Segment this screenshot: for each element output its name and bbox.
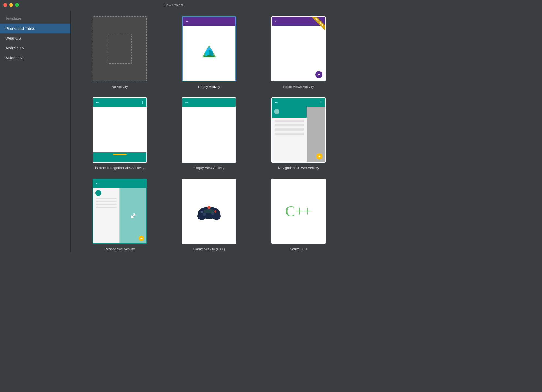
no-activity-placeholder	[108, 34, 132, 64]
titlebar: New Project	[0, 0, 348, 10]
template-card-game[interactable]	[182, 179, 236, 244]
template-item-native-cpp[interactable]: C++ Native C++	[258, 179, 339, 251]
back-arrow-icon: ←	[95, 100, 100, 105]
template-label-no-activity: No Activity	[111, 85, 128, 89]
empty-activity-toolbar: ←	[183, 17, 235, 26]
template-card-native-cpp[interactable]: C++	[271, 179, 326, 244]
responsive-fab: +	[139, 236, 144, 241]
sidebar-item-automotive[interactable]: Automotive	[0, 53, 70, 63]
template-card-no-activity[interactable]	[93, 16, 147, 81]
sidebar-item-phone-tablet[interactable]: Phone and Tablet	[0, 24, 70, 33]
template-item-empty-activity[interactable]: ←	[169, 16, 249, 89]
resp-line-1	[96, 198, 117, 199]
template-label-responsive: Responsive Activity	[105, 247, 135, 251]
bottom-nav-toolbar: ← ⋮	[93, 98, 146, 107]
empty-view-toolbar: ←	[182, 98, 236, 107]
sidebar: Templates Phone and Tablet Wear OS Andro…	[0, 10, 71, 252]
svg-point-10	[203, 213, 206, 216]
template-card-nav-drawer[interactable]: ← ⋮	[271, 97, 326, 163]
template-label-native-cpp: Native C++	[290, 247, 307, 251]
resp-cell-1	[120, 188, 128, 206]
bottom-nav-mockup: ← ⋮	[93, 98, 146, 162]
sidebar-section-label: Templates	[0, 14, 70, 24]
sidebar-item-wear-os[interactable]: Wear OS	[0, 33, 70, 43]
svg-rect-9	[201, 211, 202, 213]
responsive-left-panel	[93, 188, 120, 243]
template-card-empty-activity[interactable]: ←	[182, 16, 236, 81]
template-label-empty-activity: Empty Activity	[198, 85, 220, 89]
main-layout: Templates Phone and Tablet Wear OS Andro…	[0, 10, 348, 252]
game-controller-icon	[197, 203, 221, 220]
drawer-item-2	[275, 124, 304, 126]
template-item-game[interactable]: Game Activity (C++)	[169, 179, 249, 251]
preview-badge: PREVIEW	[309, 17, 325, 33]
resp-line-3	[96, 204, 117, 205]
svg-point-13	[207, 206, 211, 209]
drawer-avatar	[274, 109, 279, 114]
bottom-nav-bar	[93, 152, 146, 162]
back-arrow-icon: ←	[95, 181, 100, 186]
svg-point-14	[204, 209, 215, 213]
template-card-responsive[interactable]: ←	[93, 179, 147, 244]
template-grid: No Activity ←	[79, 16, 339, 251]
back-arrow-icon: ←	[185, 19, 189, 24]
basic-views-fab: +	[315, 71, 322, 78]
template-label-empty-view: Empty View Activity	[194, 166, 224, 170]
template-label-bottom-nav: Bottom Navigation View Activity	[95, 166, 144, 170]
empty-activity-body	[183, 26, 235, 81]
window-controls	[3, 3, 19, 7]
cpp-logo: C++	[285, 203, 312, 220]
template-item-responsive[interactable]: ←	[79, 179, 160, 251]
template-grid-container: No Activity ←	[71, 10, 348, 252]
drawer-item-1	[275, 120, 304, 122]
svg-point-12	[214, 210, 216, 213]
menu-dots-icon: ⋮	[319, 100, 323, 105]
sidebar-item-android-tv[interactable]: Android TV	[0, 43, 70, 53]
android-logo	[200, 44, 219, 63]
template-card-bottom-nav[interactable]: ← ⋮	[93, 97, 147, 163]
template-label-game: Game Activity (C++)	[193, 247, 225, 251]
drawer-panel	[272, 107, 306, 162]
template-item-no-activity[interactable]: No Activity	[79, 16, 160, 89]
resp-cell-8	[129, 225, 137, 243]
template-item-basic-views[interactable]: ← ⋮ + PREVIEW Basic Views Activity	[258, 16, 339, 89]
back-arrow-icon: ←	[185, 100, 189, 105]
back-arrow-icon: ←	[274, 19, 278, 24]
empty-view-body	[182, 107, 236, 162]
template-label-nav-drawer: Navigation Drawer Activity	[278, 166, 319, 170]
template-card-basic-views[interactable]: ← ⋮ + PREVIEW	[271, 16, 326, 81]
close-button[interactable]	[3, 3, 7, 7]
nav-drawer-toolbar: ← ⋮	[272, 98, 325, 107]
empty-view-mockup: ←	[182, 98, 236, 162]
template-card-empty-view[interactable]: ←	[182, 97, 236, 163]
responsive-mockup: ←	[93, 179, 146, 243]
nav-drawer-mockup: ← ⋮	[272, 98, 325, 162]
resp-line-2	[96, 201, 117, 202]
resp-cell-6	[138, 207, 146, 225]
responsive-body: ↗ ↙ +	[93, 188, 146, 243]
resp-cell-7	[120, 225, 128, 243]
drawer-header	[272, 107, 306, 118]
template-item-empty-view[interactable]: ← Empty View Activity	[169, 97, 249, 170]
resp-cell-3	[138, 188, 146, 206]
drawer-item-3	[275, 128, 304, 131]
responsive-toolbar: ←	[93, 179, 146, 188]
nav-drawer-body: +	[272, 107, 325, 162]
resp-cell-4	[120, 207, 128, 225]
back-arrow-icon: ←	[274, 100, 278, 105]
resp-line-4	[96, 207, 117, 208]
resp-avatar	[95, 190, 101, 196]
minimize-button[interactable]	[9, 3, 13, 7]
resp-arrow-icon-2: ↙	[130, 211, 136, 220]
maximize-button[interactable]	[15, 3, 19, 7]
template-label-basic-views: Basic Views Activity	[283, 85, 314, 89]
preview-badge-text: PREVIEW	[311, 17, 325, 30]
empty-activity-mockup: ←	[183, 17, 235, 81]
menu-dots-icon: ⋮	[140, 100, 144, 105]
responsive-right-panel: ↗ ↙	[120, 188, 146, 243]
window-title: New Project	[164, 3, 183, 7]
bottom-nav-body	[93, 107, 146, 152]
template-item-nav-drawer[interactable]: ← ⋮	[258, 97, 339, 170]
basic-views-body: +	[272, 26, 325, 81]
template-item-bottom-nav[interactable]: ← ⋮ Bottom Navigation View Activity	[79, 97, 160, 170]
